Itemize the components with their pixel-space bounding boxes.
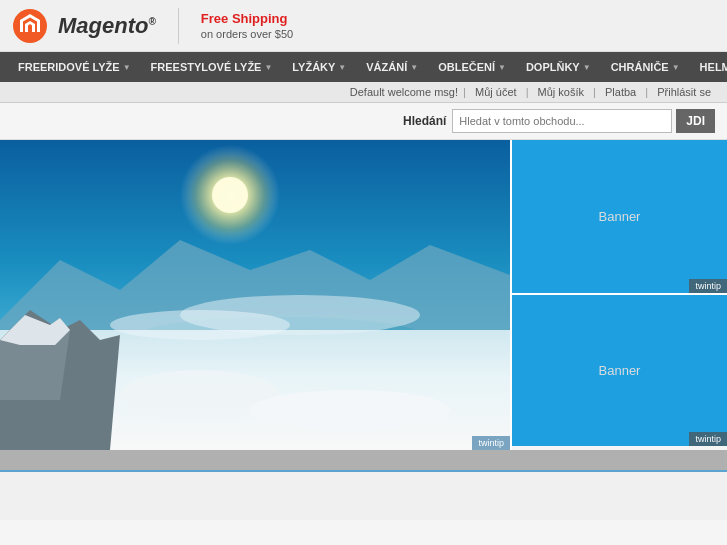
nav-arrow-4: ▼: [498, 63, 506, 72]
main-banner-label: twintip: [472, 436, 510, 450]
right-top-banner[interactable]: Banner twintip: [512, 140, 727, 293]
main-banner-image: [0, 140, 510, 450]
magento-logo-icon: [12, 8, 48, 44]
bottom-bar: [0, 450, 727, 470]
nav-item-chranice[interactable]: CHRÁNIČE ▼: [601, 52, 690, 82]
nav-arrow-5: ▼: [583, 63, 591, 72]
nav-item-lyzaky[interactable]: LYŽÁKY ▼: [282, 52, 356, 82]
nav-arrow-1: ▼: [264, 63, 272, 72]
nav-arrow-2: ▼: [338, 63, 346, 72]
nav-item-freeridove[interactable]: FREERIDOVÉ LYŽE ▼: [8, 52, 141, 82]
nav-item-vazani[interactable]: VÁZÁNÍ ▼: [356, 52, 428, 82]
right-bottom-banner-text: Banner: [599, 363, 641, 378]
nav-item-freestylove[interactable]: FREESTYLOVÉ LYŽE ▼: [141, 52, 283, 82]
my-account-link[interactable]: Můj účet: [475, 86, 517, 98]
right-banners: Banner twintip Banner twintip: [510, 140, 727, 450]
platba-link[interactable]: Platba: [605, 86, 636, 98]
search-bar: Hledání JDI: [0, 103, 727, 140]
logo-text: Magento®: [58, 13, 156, 39]
right-top-banner-text: Banner: [599, 209, 641, 224]
right-top-banner-label: twintip: [689, 279, 727, 293]
login-link[interactable]: Přihlásit se: [657, 86, 711, 98]
logo-divider: [178, 8, 179, 44]
svg-point-13: [110, 310, 290, 340]
right-bottom-banner-label: twintip: [689, 432, 727, 446]
nav-arrow-3: ▼: [410, 63, 418, 72]
nav-item-obleceni[interactable]: OBLEČENÍ ▼: [428, 52, 516, 82]
main-nav: FREERIDOVÉ LYŽE ▼ FREESTYLOVÉ LYŽE ▼ LYŽ…: [0, 52, 727, 82]
welcome-bar: Default welcome msg! | Můj účet | Můj ko…: [0, 82, 727, 103]
nav-item-doplnky[interactable]: DOPLŇKY ▼: [516, 52, 601, 82]
nav-arrow-6: ▼: [672, 63, 680, 72]
free-shipping-sub: on orders over $50: [201, 28, 293, 40]
search-label: Hledání: [403, 114, 446, 128]
welcome-msg: Default welcome msg!: [350, 86, 458, 98]
my-cart-link[interactable]: Můj košík: [538, 86, 584, 98]
nav-arrow-0: ▼: [123, 63, 131, 72]
top-header: Magento® Free Shipping on orders over $5…: [0, 0, 727, 52]
svg-point-3: [212, 177, 248, 213]
nav-item-helmy[interactable]: HELMY ▼: [690, 52, 727, 82]
logo-area: Magento® Free Shipping on orders over $5…: [12, 8, 293, 44]
main-banner[interactable]: twintip: [0, 140, 510, 450]
search-button[interactable]: JDI: [676, 109, 715, 133]
search-input[interactable]: [452, 109, 672, 133]
free-shipping-promo: Free Shipping on orders over $50: [201, 11, 293, 40]
free-shipping-label: Free Shipping: [201, 11, 293, 28]
banner-container: twintip Banner twintip Banner twintip: [0, 140, 727, 450]
svg-point-11: [250, 390, 450, 430]
footer-area: [0, 470, 727, 520]
right-bottom-banner[interactable]: Banner twintip: [512, 293, 727, 446]
